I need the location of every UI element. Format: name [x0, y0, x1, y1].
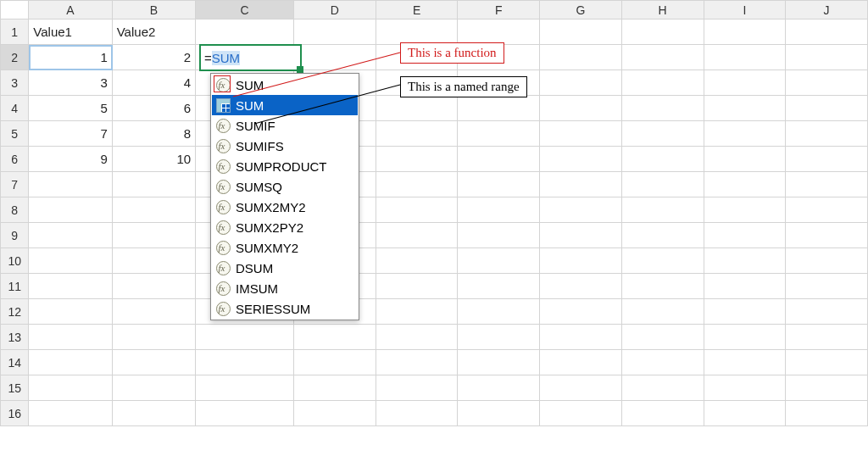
cell-G8[interactable] [540, 197, 622, 223]
active-cell[interactable]: =SUM [199, 44, 302, 71]
cell-B14[interactable] [112, 350, 195, 375]
cell-B15[interactable] [112, 375, 195, 401]
cell-B6[interactable]: 10 [112, 147, 195, 172]
cell-F13[interactable] [458, 325, 540, 350]
cell-D13[interactable] [294, 325, 376, 350]
cell-F14[interactable] [458, 350, 540, 375]
cell-G11[interactable] [540, 274, 622, 299]
row-header-13[interactable]: 13 [1, 325, 29, 350]
cell-J11[interactable] [786, 274, 868, 299]
cell-I14[interactable] [704, 350, 786, 375]
cell-E9[interactable] [376, 223, 458, 248]
spreadsheet-grid[interactable]: ABCDEFGHIJ 1Value1Value22123344565786910… [0, 0, 868, 426]
cell-I16[interactable] [704, 401, 786, 426]
column-header-H[interactable]: H [621, 1, 704, 19]
cell-B9[interactable] [112, 223, 195, 248]
cell-A10[interactable] [29, 248, 112, 274]
cell-D14[interactable] [294, 350, 376, 375]
cell-E8[interactable] [376, 197, 458, 223]
cell-G9[interactable] [540, 223, 622, 248]
column-header-C[interactable]: C [196, 1, 294, 19]
cell-J9[interactable] [786, 223, 868, 248]
cell-I13[interactable] [704, 325, 786, 350]
cell-E14[interactable] [376, 350, 458, 375]
cell-A15[interactable] [29, 375, 112, 401]
cell-B2[interactable]: 2 [112, 45, 195, 70]
cell-A3[interactable]: 3 [29, 70, 112, 96]
cell-F15[interactable] [458, 375, 540, 401]
cell-H12[interactable] [621, 299, 704, 325]
cell-C15[interactable] [196, 375, 294, 401]
cell-E7[interactable] [376, 172, 458, 197]
cell-F4[interactable] [458, 96, 540, 121]
cell-H15[interactable] [621, 375, 704, 401]
cell-J2[interactable] [786, 45, 868, 70]
cell-I7[interactable] [704, 172, 786, 197]
cell-D1[interactable] [294, 19, 376, 45]
cell-B3[interactable]: 4 [112, 70, 195, 96]
cell-J7[interactable] [786, 172, 868, 197]
cell-H16[interactable] [621, 401, 704, 426]
row-header-5[interactable]: 5 [1, 121, 29, 147]
cell-H11[interactable] [621, 274, 704, 299]
cell-F6[interactable] [458, 147, 540, 172]
cell-I5[interactable] [704, 121, 786, 147]
cell-H5[interactable] [621, 121, 704, 147]
row-header-12[interactable]: 12 [1, 299, 29, 325]
formula-autocomplete-dropdown[interactable]: SUMSUMSUMIFSUMIFSSUMPRODUCTSUMSQSUMX2MY2… [210, 73, 359, 320]
cell-C16[interactable] [196, 401, 294, 426]
cell-E11[interactable] [376, 274, 458, 299]
cell-C1[interactable] [196, 19, 294, 45]
cell-B1[interactable]: Value2 [112, 19, 195, 45]
cell-B10[interactable] [112, 248, 195, 274]
cell-C14[interactable] [196, 350, 294, 375]
cell-J14[interactable] [786, 350, 868, 375]
cell-E10[interactable] [376, 248, 458, 274]
row-header-11[interactable]: 11 [1, 274, 29, 299]
cell-A16[interactable] [29, 401, 112, 426]
autocomplete-item-10[interactable]: IMSUM [212, 278, 358, 298]
autocomplete-item-8[interactable]: SUMXMY2 [212, 237, 358, 258]
row-header-9[interactable]: 9 [1, 223, 29, 248]
cell-E13[interactable] [376, 325, 458, 350]
cell-A6[interactable]: 9 [29, 147, 112, 172]
cell-H14[interactable] [621, 350, 704, 375]
cell-A2[interactable]: 1 [29, 45, 112, 70]
cell-J8[interactable] [786, 197, 868, 223]
cell-B4[interactable]: 6 [112, 96, 195, 121]
cell-C13[interactable] [196, 325, 294, 350]
cell-I3[interactable] [704, 70, 786, 96]
cell-H7[interactable] [621, 172, 704, 197]
column-header-J[interactable]: J [786, 1, 868, 19]
cell-F12[interactable] [458, 299, 540, 325]
cell-H3[interactable] [621, 70, 704, 96]
cell-E15[interactable] [376, 375, 458, 401]
cell-G12[interactable] [540, 299, 622, 325]
cell-E16[interactable] [376, 401, 458, 426]
cell-I6[interactable] [704, 147, 786, 172]
cell-D15[interactable] [294, 375, 376, 401]
cell-A7[interactable] [29, 172, 112, 197]
column-header-A[interactable]: A [29, 1, 112, 19]
cell-G5[interactable] [540, 121, 622, 147]
autocomplete-item-5[interactable]: SUMSQ [212, 176, 358, 197]
cell-J16[interactable] [786, 401, 868, 426]
cell-F10[interactable] [458, 248, 540, 274]
cell-B7[interactable] [112, 172, 195, 197]
cell-F5[interactable] [458, 121, 540, 147]
cell-J4[interactable] [786, 96, 868, 121]
cell-I8[interactable] [704, 197, 786, 223]
cell-A14[interactable] [29, 350, 112, 375]
column-header-E[interactable]: E [376, 1, 458, 19]
cell-E4[interactable] [376, 96, 458, 121]
cell-G14[interactable] [540, 350, 622, 375]
cell-A1[interactable]: Value1 [29, 19, 112, 45]
row-header-2[interactable]: 2 [1, 45, 29, 70]
row-header-15[interactable]: 15 [1, 375, 29, 401]
row-header-16[interactable]: 16 [1, 401, 29, 426]
cell-J15[interactable] [786, 375, 868, 401]
cell-I11[interactable] [704, 274, 786, 299]
fill-handle[interactable] [297, 66, 303, 73]
cell-E12[interactable] [376, 299, 458, 325]
column-header-B[interactable]: B [112, 1, 195, 19]
